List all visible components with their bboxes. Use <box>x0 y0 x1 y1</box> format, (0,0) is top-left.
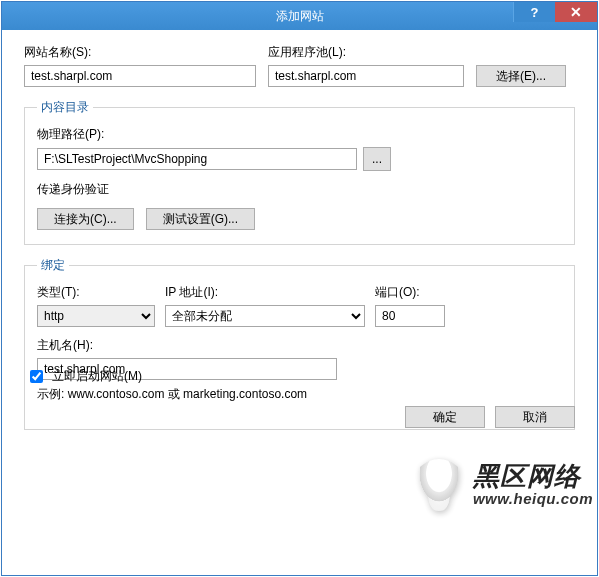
passthrough-auth-label: 传递身份验证 <box>37 181 562 198</box>
cancel-button[interactable]: 取消 <box>495 406 575 428</box>
titlebar: 添加网站 ? ✕ <box>2 2 597 30</box>
type-select[interactable]: http <box>37 305 155 327</box>
window-title: 添加网站 <box>276 8 324 25</box>
app-pool-input <box>268 65 464 87</box>
app-pool-label: 应用程序池(L): <box>268 44 464 61</box>
physical-path-label: 物理路径(P): <box>37 127 104 141</box>
help-button[interactable]: ? <box>513 2 555 22</box>
close-button[interactable]: ✕ <box>555 2 597 22</box>
port-label: 端口(O): <box>375 284 445 301</box>
start-now-checkbox[interactable] <box>30 370 43 383</box>
port-input[interactable] <box>375 305 445 327</box>
host-example-text: 示例: www.contoso.com 或 marketing.contoso.… <box>37 386 562 403</box>
host-name-label: 主机名(H): <box>37 337 337 354</box>
start-now-label: 立即启动网站(M) <box>52 368 142 385</box>
browse-button[interactable]: ... <box>363 147 391 171</box>
select-app-pool-button[interactable]: 选择(E)... <box>476 65 566 87</box>
site-name-input[interactable] <box>24 65 256 87</box>
test-settings-button[interactable]: 测试设置(G)... <box>146 208 255 230</box>
physical-path-input[interactable] <box>37 148 357 170</box>
ip-select[interactable]: 全部未分配 <box>165 305 365 327</box>
ok-button[interactable]: 确定 <box>405 406 485 428</box>
content-directory-group: 内容目录 物理路径(P): ... 传递身份验证 连接为(C)... 测试设置(… <box>24 99 575 245</box>
ip-label: IP 地址(I): <box>165 284 365 301</box>
content-directory-legend: 内容目录 <box>37 99 93 116</box>
connect-as-button[interactable]: 连接为(C)... <box>37 208 134 230</box>
binding-group: 绑定 类型(T): http IP 地址(I): 全部未分配 端口(O): <box>24 257 575 430</box>
binding-legend: 绑定 <box>37 257 69 274</box>
type-label: 类型(T): <box>37 284 155 301</box>
site-name-label: 网站名称(S): <box>24 44 256 61</box>
